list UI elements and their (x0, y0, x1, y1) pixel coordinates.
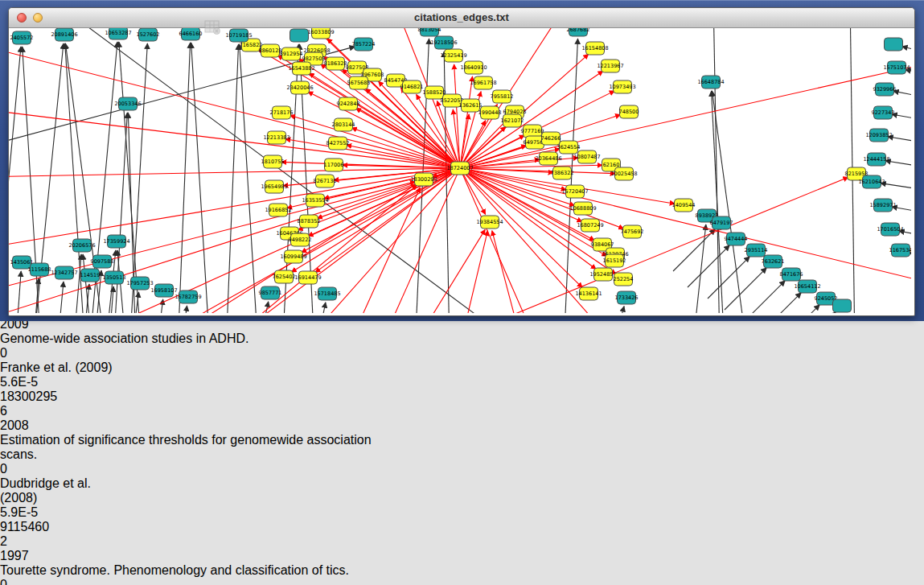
graph-edge[interactable] (258, 302, 269, 313)
table-cell[interactable]: 2008 (0, 418, 61, 433)
graph-edge[interactable] (794, 312, 836, 313)
graph-node[interactable]: 2803144 (332, 118, 355, 131)
graph-node[interactable]: 7632621 (762, 255, 785, 268)
graph-node[interactable]: 8267130 (314, 175, 337, 187)
graph-node[interactable] (885, 38, 903, 51)
graph-edge[interactable] (881, 183, 911, 192)
graph-node[interactable]: 1115688 (28, 263, 51, 276)
graph-node[interactable]: 2935114 (745, 244, 768, 257)
graph-node[interactable]: 16210643 (858, 175, 885, 188)
graph-node[interactable]: 6479197 (710, 216, 733, 229)
graph-node[interactable]: 7625402 (273, 270, 296, 283)
graph-edge[interactable] (240, 44, 258, 313)
graph-node[interactable]: 7386322 (551, 167, 574, 179)
graph-node[interactable]: 7857224 (352, 38, 376, 51)
graph-node[interactable]: 17016504 (877, 223, 903, 236)
graph-node[interactable]: 1409544 (672, 199, 696, 212)
graph-node[interactable]: 9097588 (91, 255, 114, 268)
window-titlebar[interactable]: citations_edges.txt (9, 8, 914, 28)
graph-node[interactable]: 10973493 (609, 80, 635, 93)
graph-node[interactable]: 17359924 (103, 235, 129, 248)
graph-node[interactable]: 1733426 (615, 291, 639, 304)
table-cell[interactable]: Estimation of significance thresholds fo… (0, 433, 397, 462)
table-row[interactable]: 1830029562008Estimation of significance … (0, 389, 924, 520)
graph-edge[interactable] (9, 168, 460, 249)
graph-node[interactable]: 1167534 (889, 244, 911, 257)
table-cell[interactable]: 0 (0, 578, 60, 585)
graph-node[interactable]: 12342757 (51, 266, 77, 279)
graph-edge[interactable] (316, 303, 326, 313)
graph-edge[interactable] (191, 43, 210, 313)
graph-node[interactable]: 9474444 (725, 233, 748, 245)
graph-node[interactable]: 18724007 (446, 162, 473, 175)
graph-node[interactable]: 2405572 (10, 31, 34, 44)
graph-edge[interactable] (725, 268, 766, 310)
graph-node[interactable]: 5675685 (347, 76, 371, 89)
graph-node[interactable]: 16914479 (294, 271, 321, 284)
graph-edge[interactable] (713, 28, 720, 313)
table-cell[interactable]: 6 (0, 404, 79, 418)
graph-node[interactable]: 2718176 (270, 106, 294, 119)
graph-node[interactable] (833, 299, 852, 312)
table-cell[interactable]: 5.6E-5 (0, 375, 107, 389)
graph-edge[interactable] (902, 47, 911, 56)
graph-node[interactable]: 746266 (541, 132, 561, 145)
graph-node[interactable]: 8471676 (780, 268, 803, 281)
table-cell[interactable]: 5.9E-5 (0, 505, 107, 520)
graph-node[interactable]: 16961758 (470, 76, 496, 89)
graph-node[interactable] (290, 29, 309, 42)
graph-node[interactable]: 10654112 (794, 280, 820, 293)
graph-node[interactable]: 16543882 (288, 62, 314, 75)
graph-node[interactable]: 9227343 (872, 106, 895, 119)
graph-edge[interactable] (9, 168, 460, 177)
graph-node[interactable]: 9857771 (259, 286, 282, 299)
graph-edge[interactable] (692, 225, 706, 313)
table-cell[interactable]: Franke et al. (2009) (0, 360, 121, 375)
table-cell[interactable]: Tourette syndrome. Phenomenology and cla… (0, 563, 397, 578)
graph-node[interactable]: 748500 (619, 105, 639, 118)
graph-node[interactable]: 20364486 (535, 152, 561, 165)
graph-node[interactable]: 16154808 (581, 42, 608, 55)
graph-edge[interactable] (492, 231, 524, 313)
graph-node[interactable]: 9329966 (873, 83, 897, 96)
graph-node[interactable]: 19218506 (430, 36, 457, 49)
graph-node[interactable]: 1615192 (603, 254, 626, 267)
graph-node[interactable]: 10719185 (225, 29, 252, 42)
graph-node[interactable]: 15892971 (869, 199, 896, 212)
graph-node[interactable]: 20891406 (51, 28, 77, 41)
graph-node[interactable]: 16782759 (175, 290, 201, 303)
network-canvas[interactable]: 1872400716033809716582288601288912954232… (9, 28, 914, 316)
graph-edge[interactable] (178, 43, 191, 313)
graph-edge[interactable] (612, 307, 624, 313)
graph-node[interactable]: 15718485 (314, 287, 340, 300)
graph-node[interactable]: 8912954 (280, 47, 303, 60)
graph-node[interactable]: 19166852 (265, 204, 291, 216)
graph-node[interactable]: 18640910 (460, 61, 487, 74)
table-cell[interactable]: 18300295 (0, 389, 71, 404)
table-cell[interactable]: Genome-wide association studies in ADHD. (0, 332, 397, 346)
table-cell[interactable]: 0 (0, 346, 60, 360)
graph-node[interactable]: 12093852 (865, 129, 892, 142)
graph-node[interactable]: 1350513 (103, 271, 126, 284)
graph-node[interactable]: 12325419 (440, 49, 466, 62)
table-cell[interactable]: 1997 (0, 549, 61, 563)
graph-node[interactable]: 19524851 (589, 268, 616, 281)
graph-node[interactable]: 7955812 (491, 90, 514, 103)
graph-node[interactable]: 9146821 (400, 80, 424, 93)
graph-node[interactable]: 1810755 (261, 155, 285, 168)
graph-edge[interactable] (290, 115, 460, 168)
graph-node[interactable]: 9242848 (337, 97, 360, 110)
graph-edge[interactable] (712, 91, 725, 313)
graph-edge[interactable] (460, 60, 911, 168)
graph-node[interactable]: 7475692 (621, 225, 644, 238)
graph-edge[interactable] (57, 282, 64, 313)
graph-edge[interactable] (181, 306, 187, 313)
graph-node[interactable]: 17957253 (126, 277, 153, 290)
graph-node[interactable]: 3624554 (557, 141, 581, 154)
graph-node[interactable]: 20206576 (68, 239, 95, 252)
graph-node[interactable]: 10653287 (105, 28, 131, 39)
graph-edge[interactable] (15, 271, 21, 313)
graph-node[interactable]: 23420046 (286, 81, 313, 94)
graph-node[interactable]: 16807249 (577, 219, 603, 232)
graph-node[interactable]: 10025458 (610, 167, 637, 180)
